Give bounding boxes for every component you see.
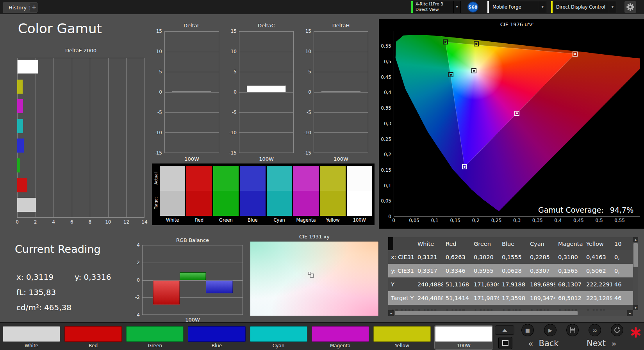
axis-tick-label: 2 [34,219,37,225]
save-button[interactable] [566,324,579,336]
patch-button-100W[interactable]: 100W [435,326,493,349]
row-label: Y [388,277,415,291]
deltah-chart: DeltaH 151050-5-10-15 100W [300,23,370,166]
add-tab-button[interactable]: + [30,3,38,12]
chart-title: DeltaL [164,23,219,28]
next-button-label: Next [587,339,606,348]
table-cell [612,305,633,310]
refresh-button[interactable] [611,324,623,336]
deltae-bar-blue [17,139,24,153]
chart-title: DeltaH [314,23,368,28]
actual-swatch [267,166,292,191]
axis-tick-label: 0,15 [450,218,460,223]
patch-button-White[interactable]: White [2,326,61,349]
meter-dropdown[interactable]: X-Rite i1Pro 3 Direct View ▼ [411,1,461,13]
gridline [126,58,127,217]
swatch-column-100W: 100W [347,166,372,224]
swatch-column-label: Magenta [293,216,319,224]
patch-button-Cyan[interactable]: Cyan [250,326,308,349]
source-dropdown[interactable]: Mobile Forge ▼ [487,1,546,13]
marker-blue-primary [462,164,467,169]
table-cell: 0,5955 [471,264,499,277]
table-cell: 171,6304 [471,277,499,291]
axis-tick-label: 0 [234,89,237,95]
actual-swatch [186,166,212,191]
scroll-left-icon[interactable]: ◄ [388,310,394,316]
axis-tick-label: 10 [231,49,237,54]
swatch-column-label: White [160,216,185,224]
layout-button[interactable] [498,337,512,349]
axis-label: 100W [314,156,368,162]
table-cell: 223,1289 [583,291,612,305]
table-row[interactable]: y: CIE310,33170,33460,59550,06280,33070,… [388,264,633,277]
table-cell: 0,6263 [443,250,471,264]
rgb-plot [142,245,243,315]
axis-tick-label: 0,05 [381,198,391,204]
horizontal-scrollbar-thumb[interactable] [395,311,578,315]
link-button[interactable]: ∞ [589,324,601,336]
chart-title: RGB Balance [142,237,243,243]
play-button[interactable]: ▶ [544,324,557,336]
stop-button[interactable]: ■ [521,324,534,336]
axis-tick-label: 0,3 [513,218,521,223]
axis-tick-label: 0,25 [491,218,502,223]
scroll-right-icon[interactable]: ► [627,310,633,316]
vertical-scrollbar-thumb[interactable] [633,243,638,267]
actual-target-strip: Actual Target White Red Green Blue [152,163,375,225]
table-cell: 0,6505 [555,305,583,310]
horizontal-scrollbar[interactable]: ◄ ► [388,310,633,316]
table-cell: 46 [612,277,633,291]
table-cell: 0,3317 [415,264,443,277]
deltae-bar-cyan [17,119,23,133]
display-control-dropdown[interactable]: Direct Display Control ▼ [551,1,616,13]
actual-row-label: Actual [153,166,159,191]
patch-button-Magenta[interactable]: Magenta [311,326,369,349]
table-cell: 0,0628 [499,264,527,277]
table-corner [388,237,415,250]
axis-tick-label: 14 [141,219,147,225]
history-tab-label: History 1 [9,5,32,11]
rgb-balance-chart: RGB Balance 420-2-4 100W [132,237,245,322]
patch-button-Green[interactable]: Green [126,326,184,349]
gamut-coverage-label: Gamut Coverage: [538,206,604,214]
rgb-bar-green [180,272,206,280]
patch-button-Red[interactable]: Red [64,326,122,349]
swatch-column-label: Blue [240,216,265,224]
source-name: Mobile Forge [489,4,539,10]
measurement-table: WhiteRedGreenBlueCyanMagentaYellow10 x: … [388,237,638,316]
back-button[interactable]: « Back [528,338,558,349]
settings-button[interactable] [624,1,636,13]
scroll-down-icon[interactable]: ▼ [633,305,638,310]
reading-fl: fL: 135,83 [16,288,56,297]
swatch-column-label: 100W [347,216,372,224]
column-header: Magenta [555,237,583,250]
table-row[interactable]: Y240,488851,1168171,630417,9188189,68996… [388,277,633,291]
reading-xy: x: 0,3119 y: 0,3316 [16,272,111,282]
table-row[interactable]: x: CIE310,31210,62630,30200,15550,22850,… [388,250,633,264]
page-title: Color Gamut [18,21,102,36]
reading-cdm2: cd/m²: 465,38 [16,303,71,312]
patch-button-Yellow[interactable]: Yellow [373,326,431,349]
expand-panel-button[interactable]: ▲ [495,325,514,335]
marker-red-primary [573,52,578,57]
luminance-badge[interactable]: 568 [467,2,478,12]
next-button[interactable]: Next » [587,338,616,349]
patch-button-Blue[interactable]: Blue [187,326,246,349]
vertical-scrollbar[interactable]: ▲ ▼ [633,237,638,310]
target-swatch [186,191,212,216]
swatch-column-Yellow: Yellow [320,166,345,224]
swatch-column-White: White [160,166,185,224]
table-row[interactable]: Target Y240,488851,1414171,987617,359818… [388,291,633,305]
infinity-icon: ∞ [592,327,597,334]
axis-tick-label: -15 [229,150,237,156]
swatch-column-Cyan: Cyan [267,166,292,224]
axis-tick-label: 0,4 [554,218,562,223]
table-cell: 0,3020 [471,250,499,264]
axis-tick-label: 8 [88,219,91,225]
patch-color-swatch [188,326,245,342]
table-cell: 189,6899 [527,277,555,291]
scroll-up-icon[interactable]: ▲ [633,237,638,242]
table-row[interactable]: ΔE 20002,05031,13070,32730,74530,65400,6… [388,305,633,310]
target-swatch [347,191,372,216]
axis-tick-label: 0,1 [384,183,391,188]
